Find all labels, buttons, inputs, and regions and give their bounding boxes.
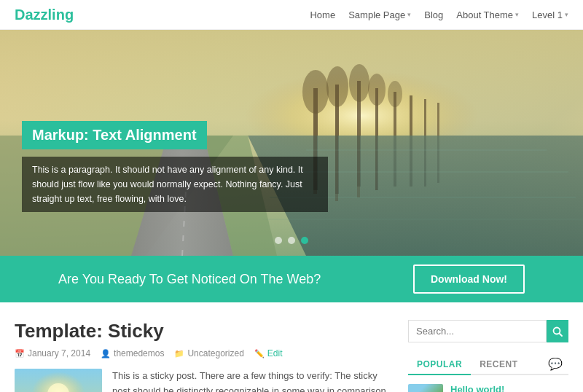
nav-level1[interactable]: Level 1 ▾ — [532, 9, 568, 20]
slider-dot-2[interactable] — [288, 237, 295, 244]
recent-item-1-info: Hello world! Aug 29, 2013 — [450, 384, 504, 392]
user-icon: 👤 — [101, 349, 111, 358]
edit-icon: ✏️ — [254, 349, 265, 358]
recent-list: Hello world! Aug 29, 2013 Markup: HTML T… — [408, 384, 568, 392]
svg-point-15 — [326, 66, 348, 107]
slider-dot-3[interactable] — [301, 237, 308, 244]
sidebar: POPULAR RECENT 💬 Hello world! Aug 29, 20… — [408, 320, 568, 392]
site-header: Dazzling Home Sample Page ▾ Blog About T… — [0, 0, 583, 30]
search-icon — [552, 326, 563, 337]
post-thumbnail — [15, 369, 102, 392]
main-nav: Home Sample Page ▾ Blog About Theme ▾ Le… — [310, 9, 568, 20]
svg-rect-26 — [357, 136, 360, 197]
post-body: This is a sticky post. There are a few t… — [15, 369, 391, 392]
cta-bar: Are You Ready To Get Noticed On The Web?… — [0, 256, 583, 302]
nav-blog[interactable]: Blog — [424, 9, 443, 20]
nav-sample-page-arrow: ▾ — [407, 11, 411, 18]
post-excerpt: This is a sticky post. There are a few t… — [112, 369, 391, 392]
cta-download-button[interactable]: Download Now! — [413, 264, 525, 294]
tab-popular[interactable]: POPULAR — [408, 355, 471, 375]
site-title[interactable]: Dazzling — [15, 7, 74, 23]
svg-rect-25 — [335, 136, 338, 201]
svg-point-18 — [388, 81, 402, 107]
main-content: Template: Sticky 📅 January 7, 2014 👤 the… — [0, 302, 583, 392]
search-button[interactable] — [547, 320, 568, 342]
hero-slider: Markup: Text Alignment This is a paragra… — [0, 30, 583, 256]
post-author: 👤 themedemos — [101, 348, 164, 358]
search-box — [408, 320, 568, 342]
nav-home[interactable]: Home — [310, 9, 335, 20]
hero-caption-text: This is a paragraph. It should not have … — [22, 157, 328, 212]
post-title: Template: Sticky — [15, 320, 391, 342]
chat-icon[interactable]: 💬 — [542, 354, 568, 374]
tabs-bar: POPULAR RECENT 💬 — [408, 354, 568, 375]
nav-about-theme-arrow: ▾ — [515, 11, 519, 18]
svg-point-17 — [368, 74, 386, 106]
nav-level1-arrow: ▾ — [565, 11, 568, 18]
svg-line-35 — [560, 333, 563, 336]
thumbnail-svg — [15, 369, 102, 392]
svg-point-14 — [302, 70, 329, 114]
nav-sample-page[interactable]: Sample Page ▾ — [348, 9, 411, 20]
cta-text: Are You Ready To Get Noticed On The Web? — [58, 272, 321, 287]
slider-dot-1[interactable] — [275, 237, 282, 244]
post-meta: 📅 January 7, 2014 👤 themedemos 📁 Uncateg… — [15, 348, 391, 358]
post-area: Template: Sticky 📅 January 7, 2014 👤 the… — [15, 320, 391, 392]
post-thumbnail-image — [15, 369, 102, 392]
nav-about-theme[interactable]: About Theme ▾ — [456, 9, 519, 20]
recent-item-1-title[interactable]: Hello world! — [450, 384, 504, 392]
folder-icon: 📁 — [174, 349, 184, 358]
svg-rect-27 — [375, 136, 377, 190]
hero-caption-title: Markup: Text Alignment — [22, 121, 207, 149]
tab-recent[interactable]: RECENT — [471, 355, 526, 374]
svg-point-16 — [349, 64, 369, 102]
post-category: 📁 Uncategorized — [174, 348, 243, 358]
post-date: 📅 January 7, 2014 — [15, 348, 90, 358]
calendar-icon: 📅 — [15, 349, 25, 358]
slider-dots — [275, 237, 308, 244]
search-input[interactable] — [408, 320, 547, 342]
recent-thumb-1 — [408, 384, 443, 392]
recent-item-1: Hello world! Aug 29, 2013 — [408, 384, 568, 392]
post-edit[interactable]: ✏️ Edit — [254, 348, 283, 358]
hero-caption: Markup: Text Alignment This is a paragra… — [22, 121, 328, 212]
